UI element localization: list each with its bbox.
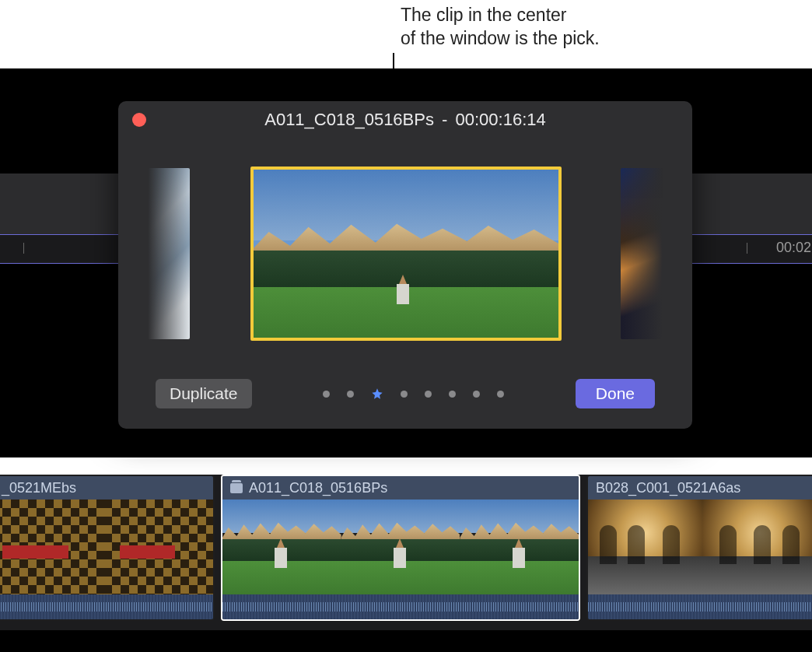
- pager-dot[interactable]: [401, 391, 408, 398]
- audition-titlebar[interactable]: A011_C018_0516BPs - 00:00:16:14: [118, 101, 692, 138]
- pager-dot[interactable]: [449, 391, 456, 398]
- ruler-tick: [747, 243, 747, 254]
- done-button[interactable]: Done: [576, 379, 655, 408]
- audition-pager[interactable]: [323, 387, 504, 400]
- duplicate-button[interactable]: Duplicate: [156, 379, 252, 408]
- close-icon[interactable]: [132, 113, 146, 127]
- pager-dot[interactable]: [425, 391, 432, 398]
- audition-footer: Duplicate Done: [118, 369, 692, 419]
- clip-label: A011_C018_0516BPs: [222, 476, 579, 500]
- pager-dot[interactable]: [347, 391, 354, 398]
- clip-browser[interactable]: _0521MEbs A011_C018_0516BPs B028_C001_05…: [0, 475, 812, 630]
- audio-waveform: [0, 594, 213, 619]
- ruler-tick: [23, 243, 24, 254]
- audition-window: A011_C018_0516BPs - 00:00:16:14 Duplicat…: [118, 101, 692, 429]
- browser-clip[interactable]: _0521MEbs: [0, 475, 215, 621]
- pager-dot[interactable]: [323, 391, 330, 398]
- audio-waveform: [588, 594, 812, 619]
- ruler-time-label: 00:02: [776, 240, 811, 256]
- audio-waveform: [222, 594, 579, 619]
- star-icon[interactable]: [371, 387, 383, 400]
- audition-stack-icon: [230, 483, 243, 493]
- clip-label: B028_C001_0521A6as: [588, 476, 812, 500]
- audition-thumb-pick[interactable]: [250, 167, 562, 341]
- browser-clip-selected[interactable]: A011_C018_0516BPs: [221, 475, 580, 621]
- audition-thumb-prev[interactable]: [148, 168, 190, 339]
- pager-dot[interactable]: [497, 391, 504, 398]
- annotation-text: The clip in the center of the window is …: [401, 3, 600, 50]
- audition-title: A011_C018_0516BPs - 00:00:16:14: [118, 110, 692, 130]
- audition-filmstrip[interactable]: [118, 138, 692, 369]
- pager-dot[interactable]: [473, 391, 480, 398]
- browser-clip[interactable]: B028_C001_0521A6as: [586, 475, 812, 621]
- audition-thumb-next[interactable]: [621, 168, 663, 339]
- clip-label: _0521MEbs: [0, 476, 213, 500]
- bottom-border: [0, 630, 812, 652]
